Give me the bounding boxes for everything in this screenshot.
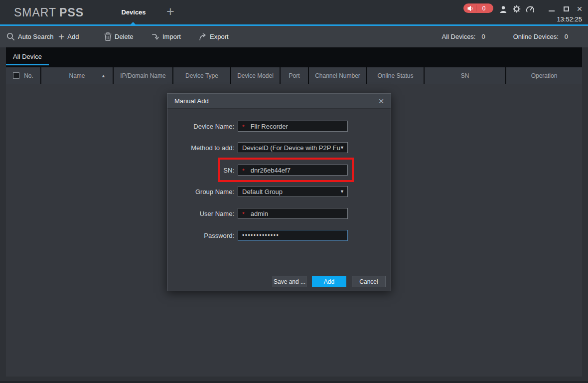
method-select[interactable]: DeviceID (For Device with P2P Fu ▼ xyxy=(238,142,348,153)
import-label: Import xyxy=(162,33,181,40)
column-no[interactable]: No. xyxy=(6,67,41,84)
chevron-down-icon: ▼ xyxy=(340,145,344,150)
dialog-close-button[interactable]: × xyxy=(376,96,387,107)
tab-all-device-label: All Device xyxy=(13,53,42,60)
column-online-status[interactable]: Online Status xyxy=(367,67,425,84)
column-no-label: No. xyxy=(24,72,33,79)
list-tabstrip: All Device No. Name ▲ IP/Domain Name Dev… xyxy=(6,47,582,84)
column-name[interactable]: Name ▲ xyxy=(41,67,114,84)
username-input[interactable]: * admin xyxy=(238,208,348,219)
column-ip-domain[interactable]: IP/Domain Name xyxy=(114,67,173,84)
select-all-checkbox[interactable] xyxy=(13,72,19,79)
sort-ascending-icon[interactable]: ▲ xyxy=(101,73,106,78)
titlebar: SMARTPSS Devices + 0 × 13:52:25 xyxy=(0,0,588,26)
search-icon xyxy=(6,32,15,41)
column-device-model-label: Device Model xyxy=(237,72,274,79)
minimize-icon xyxy=(549,10,555,11)
dialog-title: Manual Add xyxy=(174,97,209,105)
save-and-continue-button[interactable]: Save and ... xyxy=(273,276,306,287)
all-devices-counter: All Devices: 0 xyxy=(442,33,485,40)
password-label: Password: xyxy=(167,232,234,239)
column-operation[interactable]: Operation xyxy=(506,67,582,84)
device-table-header: No. Name ▲ IP/Domain Name Device Type De… xyxy=(6,67,582,84)
sn-input[interactable]: * dnr26eb44ef7 xyxy=(238,165,348,176)
sn-value: dnr26eb44ef7 xyxy=(251,167,291,174)
maximize-icon xyxy=(564,6,569,11)
add-device-button[interactable]: + Add xyxy=(58,26,79,47)
device-name-input[interactable]: * Flir Recorder xyxy=(238,121,348,132)
speaker-icon xyxy=(467,5,473,11)
column-device-model[interactable]: Device Model xyxy=(231,67,281,84)
minimize-button[interactable] xyxy=(547,4,557,13)
column-device-type-label: Device Type xyxy=(185,72,218,79)
column-ip-domain-label: IP/Domain Name xyxy=(120,72,165,79)
dashboard-gauge-icon[interactable] xyxy=(526,4,535,13)
column-channel-number-label: Channel Number xyxy=(315,72,360,79)
device-name-row: Device Name: * Flir Recorder xyxy=(167,121,391,132)
chevron-down-icon: ▼ xyxy=(340,189,344,194)
export-button[interactable]: Export xyxy=(199,26,229,47)
method-label: Method to add: xyxy=(167,144,234,152)
import-button[interactable]: Import xyxy=(151,26,181,47)
add-label: Add xyxy=(67,33,79,40)
tab-all-device[interactable]: All Device xyxy=(6,47,49,65)
sn-row: SN: * dnr26eb44ef7 xyxy=(167,165,391,176)
alarm-badge[interactable]: 0 xyxy=(463,3,493,13)
dialog-titlebar[interactable]: Manual Add × xyxy=(167,94,391,109)
method-value: DeviceID (For Device with P2P Fu xyxy=(242,144,340,152)
column-name-label: Name xyxy=(69,72,85,79)
required-asterisk: * xyxy=(242,124,245,131)
column-channel-number[interactable]: Channel Number xyxy=(309,67,367,84)
method-row: Method to add: DeviceID (For Device with… xyxy=(167,142,391,153)
online-devices-counter: Online Devices: 0 xyxy=(513,33,568,40)
all-devices-label: All Devices: xyxy=(442,33,476,40)
sn-label: SN: xyxy=(167,167,234,174)
export-label: Export xyxy=(210,33,229,40)
device-name-label: Device Name: xyxy=(167,123,234,130)
auto-search-label: Auto Search xyxy=(18,33,54,40)
dialog-body: Device Name: * Flir Recorder Method to a… xyxy=(167,109,391,291)
online-devices-label: Online Devices: xyxy=(513,33,559,40)
alarm-count: 0 xyxy=(476,5,493,12)
active-list-tab-underline xyxy=(6,64,49,65)
maximize-button[interactable] xyxy=(561,4,571,13)
new-tab-button[interactable]: + xyxy=(163,4,177,20)
gear-icon[interactable] xyxy=(512,4,521,13)
tab-devices[interactable]: Devices xyxy=(113,0,154,24)
required-asterisk: * xyxy=(242,211,245,218)
column-port-label: Port xyxy=(289,72,299,79)
logo-smart: SMART xyxy=(14,6,56,19)
required-asterisk: * xyxy=(242,168,245,175)
password-masked-value: ••••••••••••• xyxy=(242,232,279,239)
group-label: Group Name: xyxy=(167,188,234,195)
username-value: admin xyxy=(251,210,268,217)
password-row: Password: ••••••••••••• xyxy=(167,230,391,241)
delete-button[interactable]: Delete xyxy=(104,26,134,47)
auto-search-button[interactable]: Auto Search xyxy=(6,26,54,47)
group-value: Default Group xyxy=(242,188,283,195)
dialog-buttons: Save and ... Add Cancel xyxy=(273,276,386,287)
logo-pss: PSS xyxy=(59,6,84,19)
column-device-type[interactable]: Device Type xyxy=(173,67,231,84)
username-row: User Name: * admin xyxy=(167,208,391,219)
clock: 13:52:25 xyxy=(557,15,582,23)
cancel-button[interactable]: Cancel xyxy=(352,276,386,287)
group-select[interactable]: Default Group ▼ xyxy=(238,186,348,197)
password-input[interactable]: ••••••••••••• xyxy=(238,230,348,241)
trash-icon xyxy=(104,32,112,41)
column-operation-label: Operation xyxy=(531,72,558,79)
smartpss-window: SMARTPSS Devices + 0 × 13:52:25 Au xyxy=(0,0,588,383)
column-sn[interactable]: SN xyxy=(425,67,506,84)
online-devices-count: 0 xyxy=(565,33,568,40)
add-button[interactable]: Add xyxy=(312,276,346,287)
device-toolbar: Auto Search + Add Delete Import Export A… xyxy=(0,26,588,47)
close-icon: × xyxy=(577,5,582,13)
close-button[interactable]: × xyxy=(575,4,585,13)
tab-devices-label: Devices xyxy=(121,8,146,16)
import-icon xyxy=(151,33,159,41)
column-online-status-label: Online Status xyxy=(377,72,413,79)
all-devices-count: 0 xyxy=(481,33,485,40)
column-sn-label: SN xyxy=(461,72,469,79)
user-icon[interactable] xyxy=(499,4,508,13)
column-port[interactable]: Port xyxy=(281,67,309,84)
